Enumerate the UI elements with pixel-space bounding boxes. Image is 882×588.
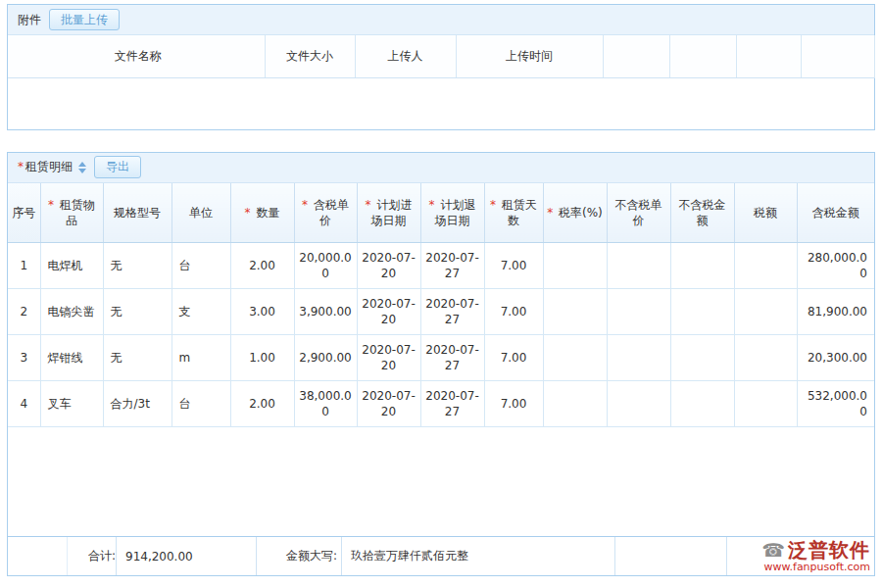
table-cell[interactable]: 焊钳线 (40, 335, 103, 381)
export-button[interactable]: 导出 (94, 156, 141, 177)
table-cell[interactable]: 2020-07-27 (420, 243, 484, 289)
attachments-title: 附件 (18, 12, 41, 28)
rental-title: 租赁明细 (25, 160, 73, 173)
table-cell[interactable]: 2,900.00 (294, 335, 357, 381)
summary-spacer (615, 537, 727, 575)
rental-table: 序号* 租赁物品规格型号单位* 数量* 含税单价* 计划进场日期* 计划退场日期… (8, 183, 874, 428)
table-cell[interactable]: 7.00 (484, 289, 543, 335)
amount-words-label: 金额大写: (257, 537, 341, 575)
table-cell[interactable]: 3 (8, 335, 40, 381)
table-cell[interactable]: 无 (103, 335, 172, 381)
table-cell[interactable]: 2020-07-27 (420, 381, 484, 427)
table-cell[interactable] (734, 381, 797, 427)
sort-arrows-icon[interactable] (78, 162, 86, 173)
table-row[interactable]: 2电镐尖凿无支3.003,900.002020-07-202020-07-277… (8, 289, 874, 335)
table-cell[interactable]: 532,000.00 (797, 381, 874, 427)
table-cell[interactable]: 20,300.00 (797, 335, 874, 381)
fanpu-logo-icon: ☎ (761, 540, 785, 561)
rental-details-panel: *租赁明细 导出 序号* 租赁物品规格型号单位* 数量* 含税单价* 计划进场日… (7, 152, 875, 577)
table-cell[interactable] (607, 289, 670, 335)
table-cell[interactable]: 2020-07-27 (420, 289, 484, 335)
column-header: 文件名称 (8, 35, 265, 77)
table-cell[interactable] (670, 289, 734, 335)
table-cell[interactable] (607, 243, 670, 289)
rental-header-bar: *租赁明细 导出 (8, 153, 874, 183)
table-cell[interactable] (543, 243, 607, 289)
rental-empty-body (8, 427, 874, 536)
table-cell[interactable]: 电焊机 (40, 243, 103, 289)
table-cell[interactable]: 1 (8, 243, 40, 289)
attachments-panel: 附件 批量上传 文件名称文件大小上传人上传时间 (7, 4, 875, 130)
table-cell[interactable]: 38,000.00 (294, 381, 357, 427)
column-header: 税额 (734, 183, 797, 243)
total-label: 合计: (67, 537, 116, 575)
header-row: 序号* 租赁物品规格型号单位* 数量* 含税单价* 计划进场日期* 计划退场日期… (8, 183, 874, 243)
column-header: * 含税单价 (294, 183, 357, 243)
column-header: 含税金额 (797, 183, 874, 243)
table-cell[interactable]: 280,000.00 (797, 243, 874, 289)
table-cell[interactable]: 电镐尖凿 (40, 289, 103, 335)
table-cell[interactable]: 20,000.00 (294, 243, 357, 289)
table-cell[interactable] (670, 335, 734, 381)
table-cell[interactable]: 2.00 (230, 243, 294, 289)
table-cell[interactable]: 7.00 (484, 381, 543, 427)
table-cell[interactable]: 4 (8, 381, 40, 427)
batch-upload-button[interactable]: 批量上传 (49, 9, 120, 30)
column-header: * 税率(%) (543, 183, 607, 243)
table-cell[interactable]: 2.00 (230, 381, 294, 427)
table-cell[interactable]: 3,900.00 (294, 289, 357, 335)
column-header: 上传时间 (456, 35, 603, 77)
table-cell[interactable]: 2020-07-20 (357, 381, 420, 427)
column-header: * 数量 (230, 183, 294, 243)
table-row[interactable]: 1电焊机无台2.0020,000.002020-07-202020-07-277… (8, 243, 874, 289)
table-cell[interactable]: 叉车 (40, 381, 103, 427)
table-cell[interactable]: 2020-07-20 (357, 335, 420, 381)
table-cell[interactable]: 台 (172, 243, 230, 289)
table-cell[interactable]: 台 (172, 381, 230, 427)
rental-title-wrap: *租赁明细 (18, 159, 73, 175)
table-cell[interactable] (543, 381, 607, 427)
table-cell[interactable]: 合力/3t (103, 381, 172, 427)
watermark-url: www.fanpusoft.com (764, 562, 870, 573)
table-cell[interactable]: 无 (103, 289, 172, 335)
table-cell[interactable] (543, 289, 607, 335)
table-cell[interactable] (607, 381, 670, 427)
column-header: * 计划退场日期 (420, 183, 484, 243)
table-cell[interactable]: 1.00 (230, 335, 294, 381)
table-cell[interactable] (734, 335, 797, 381)
watermark: ☎ 泛普软件 www.fanpusoft.com (761, 539, 870, 573)
table-cell[interactable] (670, 243, 734, 289)
table-cell[interactable]: 81,900.00 (797, 289, 874, 335)
attachments-header-bar: 附件 批量上传 (8, 5, 874, 35)
table-cell[interactable]: 7.00 (484, 335, 543, 381)
table-cell[interactable]: 3.00 (230, 289, 294, 335)
table-cell[interactable] (670, 381, 734, 427)
table-cell[interactable] (734, 289, 797, 335)
table-row[interactable]: 3焊钳线无m1.002,900.002020-07-202020-07-277.… (8, 335, 874, 381)
summary-spacer (8, 537, 67, 575)
total-value: 914,200.00 (116, 537, 257, 575)
table-row[interactable]: 4叉车合力/3t台2.0038,000.002020-07-202020-07-… (8, 381, 874, 427)
summary-row: 合计: 914,200.00 金额大写: 玖拾壹万肆仟贰佰元整 ☎ 泛普软件 w… (8, 536, 874, 575)
table-cell[interactable]: 7.00 (484, 243, 543, 289)
table-cell[interactable]: 2020-07-20 (357, 243, 420, 289)
table-cell[interactable]: 2020-07-27 (420, 335, 484, 381)
column-header: 不含税单价 (607, 183, 670, 243)
table-cell[interactable]: 支 (172, 289, 230, 335)
table-cell[interactable] (607, 335, 670, 381)
column-header: 上传人 (355, 35, 456, 77)
column-header: 文件大小 (265, 35, 355, 77)
table-cell[interactable]: 2 (8, 289, 40, 335)
column-header (736, 35, 801, 77)
header-row: 文件名称文件大小上传人上传时间 (8, 35, 874, 77)
table-cell[interactable] (543, 335, 607, 381)
column-header: * 租赁物品 (40, 183, 103, 243)
watermark-brand: 泛普软件 (788, 539, 870, 561)
table-cell[interactable]: 无 (103, 243, 172, 289)
table-cell[interactable]: 2020-07-20 (357, 289, 420, 335)
table-cell[interactable]: m (172, 335, 230, 381)
column-header: * 租赁天数 (484, 183, 543, 243)
table-cell[interactable] (734, 243, 797, 289)
column-header (603, 35, 669, 77)
amount-words-value: 玖拾壹万肆仟贰佰元整 (341, 537, 615, 575)
